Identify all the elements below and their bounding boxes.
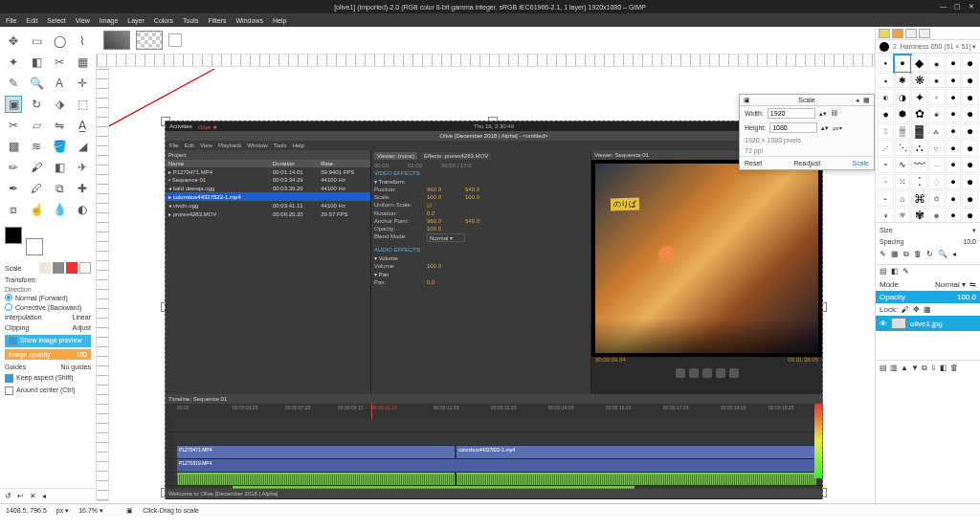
brush-cell[interactable]: ⌘ bbox=[911, 190, 927, 207]
brush-cell[interactable]: ❁ bbox=[928, 208, 945, 222]
tool-rotate[interactable]: ↻ bbox=[28, 96, 45, 113]
blend-mode-select[interactable]: Normal ▾ bbox=[935, 280, 966, 289]
tool-measure[interactable]: ✛ bbox=[74, 75, 91, 92]
dialog-menu-icon[interactable]: ◂ bbox=[856, 97, 859, 104]
layer-dup-icon[interactable]: ⧉ bbox=[922, 364, 927, 373]
show-preview-check[interactable]: Show image preview bbox=[5, 335, 91, 347]
blend-switch-icon[interactable]: ⇋ bbox=[969, 280, 976, 289]
keep-aspect-check[interactable]: Keep aspect (Shift) bbox=[5, 372, 91, 385]
dock-tab-fonts[interactable] bbox=[905, 29, 917, 38]
timeline-clip[interactable]: columbus44327822-1.mp4 bbox=[457, 446, 816, 458]
brush-cell[interactable]: ✿ bbox=[911, 106, 927, 122]
viewer-back-icon[interactable] bbox=[689, 368, 699, 378]
brush-cell[interactable]: ⬢ bbox=[895, 106, 911, 122]
brush-cell[interactable]: ◐ bbox=[878, 89, 894, 105]
tool-rect-select[interactable]: ▭ bbox=[28, 33, 45, 50]
channels-tab-icon[interactable]: ◧ bbox=[891, 267, 899, 276]
width-input[interactable] bbox=[768, 108, 815, 119]
zoom-select[interactable]: 16.7% ▾ bbox=[78, 507, 117, 515]
brush-dup-icon[interactable]: ⧉ bbox=[903, 250, 909, 259]
brush-selected-label[interactable]: 2. Hardness 050 (51 × 51) ▾ bbox=[876, 40, 980, 54]
brush-cell[interactable]: ∿ bbox=[895, 157, 911, 173]
tool-scale[interactable]: ▣ bbox=[5, 96, 22, 113]
direction-normal-radio[interactable]: Normal (Forward) bbox=[5, 293, 91, 302]
reset-button[interactable]: Reset bbox=[745, 160, 762, 166]
timeline-audio-clip[interactable] bbox=[457, 473, 816, 485]
tool-ellipse-select[interactable]: ◯ bbox=[51, 33, 68, 50]
brush-cell[interactable]: ● bbox=[962, 73, 978, 89]
viewer-next-icon[interactable] bbox=[729, 368, 739, 378]
viewer-prev-icon[interactable] bbox=[676, 368, 685, 378]
scale-button[interactable]: Scale bbox=[852, 160, 869, 166]
brush-cell[interactable]: ✶ bbox=[878, 73, 894, 89]
paths-tab-icon[interactable]: ✎ bbox=[902, 267, 909, 276]
brush-cell[interactable]: ● bbox=[962, 55, 978, 72]
brush-cell[interactable]: 〰 bbox=[911, 157, 927, 173]
layer-opacity-value[interactable]: 100.0 bbox=[957, 293, 976, 301]
dock-tab-brushes[interactable] bbox=[879, 29, 890, 38]
tool-perspective[interactable]: ▱ bbox=[28, 117, 45, 134]
tool-eraser[interactable]: ◧ bbox=[51, 159, 68, 176]
brush-cell[interactable]: ● bbox=[962, 174, 978, 190]
brush-cell[interactable]: ● bbox=[946, 190, 962, 207]
brush-cell[interactable]: ● bbox=[946, 106, 962, 122]
menu-windows[interactable]: Windows bbox=[235, 17, 262, 24]
transform-target-layer-icon[interactable] bbox=[39, 262, 51, 274]
brush-cell[interactable]: ⋰ bbox=[878, 140, 894, 156]
brush-cell[interactable]: ◆ bbox=[911, 55, 927, 72]
brush-filter-icon[interactable]: ▾ bbox=[972, 43, 976, 51]
brush-cell[interactable]: ✧ bbox=[928, 89, 945, 105]
brush-refresh-icon[interactable]: ↻ bbox=[926, 250, 933, 259]
brush-cell[interactable]: ● bbox=[962, 89, 978, 105]
height-stepper[interactable]: ▴▾ bbox=[821, 124, 829, 132]
brush-edit-icon[interactable]: ✎ bbox=[880, 250, 886, 259]
height-input[interactable] bbox=[769, 122, 817, 133]
brush-cell[interactable]: ◉ bbox=[928, 55, 945, 72]
brush-cell[interactable]: ● bbox=[962, 140, 978, 156]
fg-bg-color[interactable] bbox=[5, 227, 43, 255]
tool-mypaint[interactable]: 🖊 bbox=[28, 180, 45, 197]
brush-zoom-icon[interactable]: 🔍 bbox=[938, 250, 947, 259]
tool-brush[interactable]: 🖌 bbox=[28, 159, 45, 176]
dock-tab-patterns[interactable] bbox=[892, 29, 903, 38]
brush-size-stepper[interactable]: ▾ bbox=[972, 227, 976, 234]
brush-cell[interactable]: ░ bbox=[878, 123, 894, 140]
tool-smudge[interactable]: ☝ bbox=[28, 201, 45, 218]
tool-move[interactable]: ✥ bbox=[5, 33, 22, 50]
transform-target-selection-icon[interactable] bbox=[53, 262, 64, 274]
ruler-vertical[interactable] bbox=[96, 67, 109, 501]
timeline-audio-clip[interactable] bbox=[177, 473, 455, 485]
brush-new-icon[interactable]: ▦ bbox=[891, 250, 899, 259]
brush-cell[interactable]: … bbox=[928, 157, 945, 173]
close-icon[interactable]: ✕ bbox=[969, 3, 974, 11]
guides-value[interactable]: No guides bbox=[60, 364, 91, 370]
ruler-horizontal[interactable] bbox=[96, 54, 875, 67]
timeline-clip[interactable]: P1270319.MP4 bbox=[177, 459, 816, 472]
brush-cell[interactable]: ✾ bbox=[911, 208, 927, 222]
timeline-clip[interactable]: P1270471.MP4 bbox=[177, 446, 455, 458]
brush-cell[interactable]: ● bbox=[946, 157, 962, 173]
tool-airbrush[interactable]: ✈ bbox=[74, 159, 91, 176]
chain-icon[interactable]: ⛓ bbox=[831, 110, 837, 117]
brush-cell[interactable]: ⌂ bbox=[895, 190, 911, 207]
menu-filters[interactable]: Filters bbox=[208, 17, 226, 24]
tool-paths[interactable]: ✎ bbox=[5, 75, 22, 92]
brush-cell[interactable]: ❀ bbox=[928, 106, 945, 122]
image-tab-2[interactable] bbox=[136, 31, 163, 50]
layers-tab-icon[interactable]: ▤ bbox=[880, 267, 887, 276]
menu-image[interactable]: Image bbox=[100, 17, 118, 24]
layer-merge-icon[interactable]: ⇩ bbox=[930, 364, 937, 373]
transform-target-path-icon[interactable] bbox=[66, 262, 78, 274]
tool-gradient[interactable]: ◢ bbox=[74, 138, 91, 155]
close-panel-icon[interactable]: ✕ bbox=[30, 492, 36, 500]
lock-alpha-icon[interactable]: ▦ bbox=[924, 305, 931, 314]
brush-cell[interactable]: ● bbox=[946, 55, 962, 72]
brush-grid[interactable]: ●●◆◉●●✶✱❋✺●●◐◑✦✧●●⬟⬢✿❀●●░▒▓⁂●●⋰⋱∴∵●●≈∿〰…… bbox=[876, 54, 980, 222]
unit-select[interactable]: px ▾ bbox=[56, 507, 69, 515]
brush-cell[interactable]: ● bbox=[946, 123, 962, 140]
layer-down-icon[interactable]: ▼ bbox=[911, 364, 919, 373]
tool-clone2[interactable]: ⧈ bbox=[5, 201, 22, 218]
tool-handle[interactable]: ⬚ bbox=[74, 96, 91, 113]
layer-name[interactable]: olive1.jpg bbox=[910, 320, 943, 328]
brush-cell[interactable]: ● bbox=[895, 55, 911, 72]
